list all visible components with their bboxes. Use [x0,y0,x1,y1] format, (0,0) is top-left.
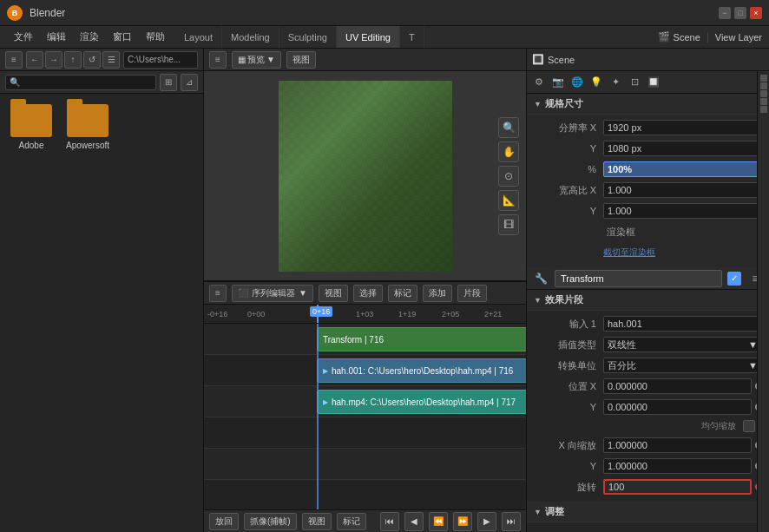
editor-label: 序列编辑器 [252,287,295,299]
tl-select-btn[interactable]: 选择 [353,285,383,302]
nav-forward-button[interactable]: → [45,51,62,69]
file-item-adobe[interactable]: Adobe [10,104,52,150]
scene-header: 🔳 Scene [527,49,769,71]
transform-unit-value[interactable]: 百分比 ▼ [603,358,762,373]
forward-skip-btn[interactable]: ⏩ [453,512,472,531]
viewport-menu-btn[interactable]: ≡ [209,51,227,69]
nav-up-button[interactable]: ↑ [64,51,82,69]
reverse-play-btn[interactable]: ⏪ [429,512,448,531]
bottom-view-btn[interactable]: 视图 [302,513,332,530]
viewport-mode-btn[interactable]: ▦ 预览 ▼ [232,51,281,69]
tab-modeling[interactable]: Modeling [222,26,279,48]
play-btn[interactable]: ▶ [477,512,496,531]
scale-x-label: X 向缩放 [534,439,603,452]
pos-x-label: 位置 X [534,380,603,393]
logo-text: B [12,9,18,17]
editor-select[interactable]: ⬛ 序列编辑器 ▼ [232,285,313,302]
close-button[interactable]: × [750,7,762,19]
res-percent-label: % [534,164,603,174]
tab-uv-editing[interactable]: UV Editing [337,26,400,48]
side-dot-2[interactable] [760,82,767,89]
capture-btn[interactable]: 抓像(捕帧) [244,513,297,530]
skip-start-btn[interactable]: ⏮ [380,512,399,531]
strip-video-1[interactable]: ▶ hah.001: C:\Users\hero\Desktop\hah.mp4… [317,358,526,383]
timeline-menu-btn[interactable]: ≡ [209,285,227,302]
file-browser-menu-icon[interactable]: ≡ [5,51,23,69]
playback-mode-btn[interactable]: 放回 [209,513,239,530]
interp-type-value[interactable]: 双线性 ▼ [603,337,762,352]
path-bar[interactable]: C:\Users\he... [123,51,198,69]
prop-icon-7[interactable]: 🔲 [645,74,662,91]
viewport-view-btn[interactable]: 视图 [286,51,316,69]
viewport-view-label: 视图 [292,54,310,66]
res-percent-value[interactable]: 100% [603,161,762,177]
scale-y-row: Y 1.000000 [534,456,762,476]
transform-enabled-check[interactable]: ✓ [727,272,741,286]
side-dot-4[interactable] [760,98,767,105]
menu-help[interactable]: 帮助 [139,26,172,48]
menu-window[interactable]: 窗口 [106,26,139,48]
maximize-button[interactable]: □ [734,7,746,19]
nav-back-button[interactable]: ← [26,51,43,69]
res-x-row: 分辨率 X 1920 px [534,118,762,137]
hand-icon[interactable]: ✋ [498,141,519,162]
res-y-value[interactable]: 1080 px [603,141,762,156]
skip-end-btn[interactable]: ⏭ [502,512,521,531]
strip-transform[interactable]: Transform | 716 [317,327,526,351]
render-frame-link[interactable]: 截切至渲染框 [603,246,655,259]
filter-toggle-button[interactable]: ⊿ [181,74,198,91]
search-box[interactable]: 🔍 [5,75,156,90]
prop-icon-3[interactable]: 🌐 [569,74,586,91]
prop-icon-4[interactable]: 💡 [588,74,605,91]
zoom-icon[interactable]: 🔍 [498,117,519,138]
minimize-button[interactable]: − [719,7,731,19]
strip-video-2[interactable]: ▶ hah.mp4: C:\Users\hero\Desktop\hah.mp4… [317,390,526,414]
nav-bookmark-button[interactable]: ☰ [102,51,120,69]
tab-t[interactable]: T [400,26,424,48]
scene-selector[interactable]: 🎬 Scene [651,31,707,43]
tl-view-btn[interactable]: 视图 [319,285,348,302]
prop-icon-1[interactable]: ⚙ [530,74,548,91]
scene-icon: 🎬 [658,31,670,43]
tab-sculpting[interactable]: Sculpting [279,26,337,48]
file-item-apowersoft[interactable]: Apowersoft [66,104,109,150]
bottom-mark-btn[interactable]: 标记 [337,513,366,530]
search-icon: 🔍 [10,77,20,87]
aspect-y-label: Y [534,206,603,216]
scale-x-value[interactable]: 1.000000 [603,437,752,453]
prop-icon-2[interactable]: 📷 [549,74,567,91]
mouse-icon[interactable]: ⊙ [498,166,519,187]
pos-x-value[interactable]: 0.000000 [603,378,752,394]
nav-refresh-button[interactable]: ↺ [83,51,101,69]
pos-y-value[interactable]: 0.000000 [603,399,752,415]
side-dot-5[interactable] [760,106,767,113]
tab-layout[interactable]: Layout [175,26,222,48]
rotation-value[interactable]: 100 [603,479,752,495]
transform-name-field[interactable]: Transform [555,270,722,287]
prop-icon-5[interactable]: ✦ [607,74,624,91]
viewport-area[interactable]: 🔍 ✋ ⊙ 📐 🎞 [204,71,526,280]
tl-strip-btn[interactable]: 片段 [457,285,487,302]
input-value[interactable]: hah.001 [603,316,762,332]
side-dot-1[interactable] [760,75,767,82]
prev-frame-btn[interactable]: ◀ [404,512,424,531]
res-x-value[interactable]: 1920 px [603,120,762,135]
aspect-x-value[interactable]: 1.000 [603,182,762,198]
prop-icon-6[interactable]: ⊡ [626,74,643,91]
ruler-icon[interactable]: 📐 [498,190,519,211]
uniform-scale-checkbox[interactable] [743,420,755,432]
view-toggle-button[interactable]: ⊞ [160,74,177,91]
menu-file[interactable]: 文件 [7,26,40,48]
file-browser-toolbar: 🔍 ⊞ ⊿ [0,71,203,94]
tl-add-btn[interactable]: 添加 [423,285,452,302]
adjust-triangle: ▼ [534,508,542,516]
menu-edit[interactable]: 编辑 [40,26,73,48]
res-percent-row: % 100% [534,160,762,179]
menu-render[interactable]: 渲染 [73,26,106,48]
view-layer-label[interactable]: View Layer [707,32,769,43]
film-icon[interactable]: 🎞 [498,214,519,235]
scale-y-value[interactable]: 1.000000 [603,458,752,474]
side-dot-3[interactable] [760,90,767,97]
tl-mark-btn[interactable]: 标记 [388,285,417,302]
aspect-y-value[interactable]: 1.000 [603,203,762,219]
